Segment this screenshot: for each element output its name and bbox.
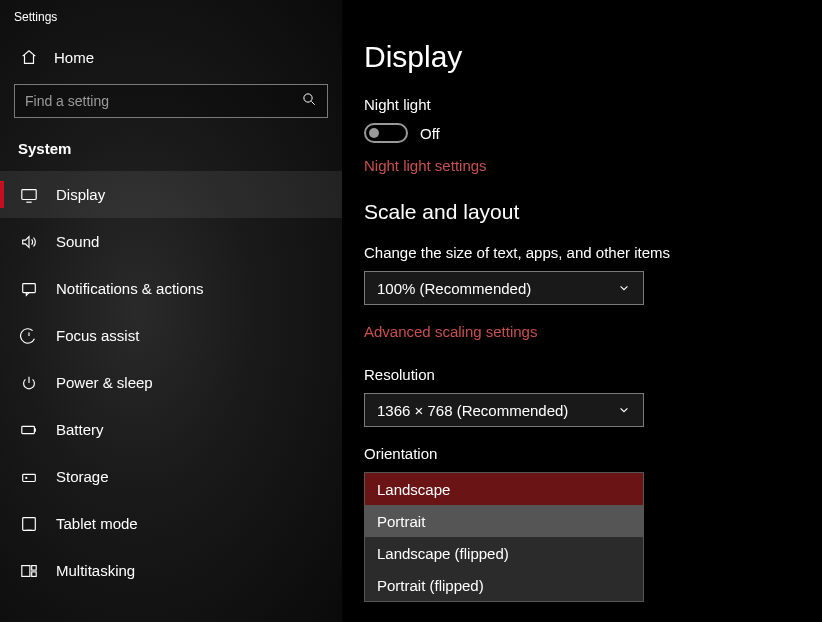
home-label: Home xyxy=(54,49,94,66)
resolution-value: 1366 × 768 (Recommended) xyxy=(377,402,568,419)
page-title: Display xyxy=(364,40,800,74)
scale-label: Change the size of text, apps, and other… xyxy=(364,244,800,261)
app-title: Settings xyxy=(0,0,342,40)
orientation-option-landscape[interactable]: Landscape xyxy=(365,473,643,505)
night-light-settings-link[interactable]: Night light settings xyxy=(364,157,800,174)
home-icon xyxy=(20,48,38,66)
scale-value: 100% (Recommended) xyxy=(377,280,531,297)
power-icon xyxy=(20,374,38,392)
svg-rect-7 xyxy=(22,565,30,576)
svg-point-0 xyxy=(304,93,312,101)
nav-item-multitasking[interactable]: Multitasking xyxy=(0,547,342,594)
storage-icon xyxy=(20,468,38,486)
toggle-knob xyxy=(369,128,379,138)
nav-item-label: Storage xyxy=(56,468,109,485)
svg-rect-3 xyxy=(22,426,35,433)
nav-item-focus-assist[interactable]: Focus assist xyxy=(0,312,342,359)
orientation-dropdown-open[interactable]: Landscape Portrait Landscape (flipped) P… xyxy=(364,472,644,602)
nav-item-label: Power & sleep xyxy=(56,374,153,391)
svg-rect-4 xyxy=(23,474,36,481)
resolution-label: Resolution xyxy=(364,366,800,383)
nav-item-label: Display xyxy=(56,186,105,203)
chevron-down-icon xyxy=(617,403,631,417)
svg-point-5 xyxy=(25,476,27,478)
focus-assist-icon xyxy=(20,327,38,345)
orientation-option-landscape-flipped[interactable]: Landscape (flipped) xyxy=(365,537,643,569)
svg-rect-6 xyxy=(23,517,36,530)
nav-list: Display Sound Notifications & actions Fo… xyxy=(0,171,342,594)
svg-rect-1 xyxy=(22,189,36,199)
sound-icon xyxy=(20,233,38,251)
nav-item-label: Focus assist xyxy=(56,327,139,344)
orientation-option-portrait-flipped[interactable]: Portrait (flipped) xyxy=(365,569,643,601)
scale-dropdown[interactable]: 100% (Recommended) xyxy=(364,271,644,305)
nav-item-label: Sound xyxy=(56,233,99,250)
orientation-option-portrait[interactable]: Portrait xyxy=(365,505,643,537)
sidebar: Settings Home System Display xyxy=(0,0,342,622)
search-icon xyxy=(302,92,317,111)
nav-item-label: Multitasking xyxy=(56,562,135,579)
nav-item-label: Battery xyxy=(56,421,104,438)
main-panel: Display Night light Off Night light sett… xyxy=(342,0,822,622)
tablet-mode-icon xyxy=(20,515,38,533)
resolution-dropdown[interactable]: 1366 × 768 (Recommended) xyxy=(364,393,644,427)
notifications-icon xyxy=(20,280,38,298)
nav-item-label: Notifications & actions xyxy=(56,280,204,297)
search-input[interactable] xyxy=(25,93,302,109)
nav-item-label: Tablet mode xyxy=(56,515,138,532)
svg-rect-9 xyxy=(32,571,37,576)
nav-item-tablet-mode[interactable]: Tablet mode xyxy=(0,500,342,547)
multitasking-icon xyxy=(20,562,38,580)
orientation-label: Orientation xyxy=(364,445,800,462)
night-light-state: Off xyxy=(420,125,440,142)
nav-item-display[interactable]: Display xyxy=(0,171,342,218)
svg-rect-2 xyxy=(23,283,36,292)
display-icon xyxy=(20,186,38,204)
nav-item-notifications[interactable]: Notifications & actions xyxy=(0,265,342,312)
nav-item-power-sleep[interactable]: Power & sleep xyxy=(0,359,342,406)
chevron-down-icon xyxy=(617,281,631,295)
nav-item-sound[interactable]: Sound xyxy=(0,218,342,265)
nav-item-storage[interactable]: Storage xyxy=(0,453,342,500)
search-box[interactable] xyxy=(14,84,328,118)
night-light-toggle[interactable] xyxy=(364,123,408,143)
battery-icon xyxy=(20,421,38,439)
svg-rect-8 xyxy=(32,565,37,570)
category-heading: System xyxy=(0,134,342,171)
home-button[interactable]: Home xyxy=(0,40,342,84)
night-light-label: Night light xyxy=(364,96,800,113)
advanced-scaling-link[interactable]: Advanced scaling settings xyxy=(364,323,800,340)
nav-item-battery[interactable]: Battery xyxy=(0,406,342,453)
scale-layout-heading: Scale and layout xyxy=(364,200,800,224)
